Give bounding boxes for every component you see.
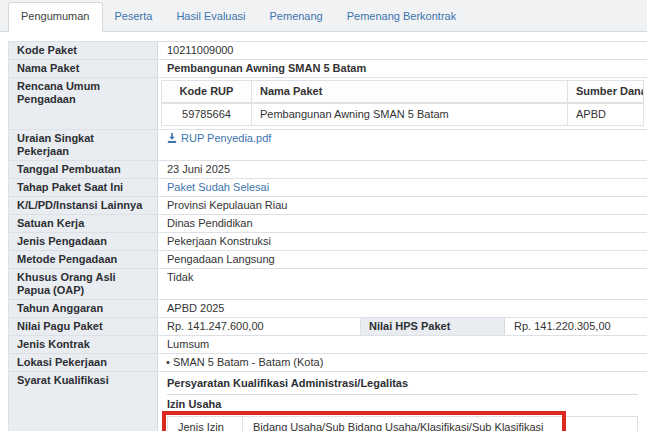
rup-table: Kode RUP Nama Paket Sumber Dana 59785664… [161, 80, 644, 126]
table-row: Tanggal Pembuatan 23 Juni 2025 [9, 161, 647, 179]
table-row: Kode Paket 10211009000 [9, 42, 647, 60]
table-row: Jenis Izin Bidang Usaha/Sub Bidang Usaha… [168, 417, 638, 431]
table-row: Rencana Umum Pengadaan Kode RUP Nama Pak… [9, 78, 647, 130]
field-value-nama-paket: Pembangunan Awning SMAN 5 Batam [158, 60, 647, 77]
field-label-instansi: K/L/PD/Instansi Lainnya [9, 197, 158, 214]
field-label-kode-paket: Kode Paket [9, 42, 158, 59]
field-value-lokasi: SMAN 5 Batam - Batam (Kota) [158, 354, 647, 371]
field-label-tahun-anggaran: Tahun Anggaran [9, 300, 158, 317]
table-row: Khusus Orang Asli Papua (OAP) Tidak [9, 269, 647, 300]
field-value-instansi: Provinsi Kepulauan Riau [158, 197, 647, 214]
field-label-rencana-umum-pengadaan: Rencana Umum Pengadaan [9, 78, 158, 129]
field-label-lokasi: Lokasi Pekerjaan [9, 354, 158, 371]
table-row: Nama Paket Pembangunan Awning SMAN 5 Bat… [9, 60, 647, 78]
field-value-nilai-hps: Rp. 141.220.305,00 [505, 318, 647, 335]
field-label-jenis-kontrak: Jenis Kontrak [9, 336, 158, 353]
field-value-jenis-pengadaan: Pekerjaan Konstruksi [158, 233, 647, 250]
table-row: Lokasi Pekerjaan SMAN 5 Batam - Batam (K… [9, 354, 647, 372]
syarat-section-title: Persyaratan Kualifikasi Administrasi/Leg… [167, 376, 638, 395]
syarat-kualifikasi-section: Persyaratan Kualifikasi Administrasi/Leg… [158, 372, 647, 431]
field-label-nama-paket: Nama Paket [9, 60, 158, 77]
izin-cell-jenis-izin-value: Bidang Usaha/Sub Bidang Usaha/Klasifikas… [243, 417, 638, 431]
field-label-jenis-pengadaan: Jenis Pengadaan [9, 233, 158, 250]
rup-cell-kode-rup: 59785664 [162, 103, 252, 126]
field-value-oap: Tidak [158, 269, 647, 299]
field-label-nilai-hps: Nilai HPS Paket [360, 318, 505, 335]
download-icon [167, 133, 177, 146]
rup-data-row: 59785664 Pembangunan Awning SMAN 5 Batam… [162, 103, 644, 126]
table-row: K/L/PD/Instansi Lainnya Provinsi Kepulau… [9, 197, 647, 215]
tab-hasil-evaluasi[interactable]: Hasil Evaluasi [164, 3, 257, 31]
field-value-tahap-paket: Paket Sudah Selesai [158, 179, 647, 196]
field-value-tanggal-pembuatan: 23 Juni 2025 [158, 161, 647, 178]
tab-pemenang-berkontrak[interactable]: Pemenang Berkontrak [335, 3, 468, 31]
table-row: Tahun Anggaran APBD 2025 [9, 300, 647, 318]
table-row: Tahap Paket Saat Ini Paket Sudah Selesai [9, 179, 647, 197]
table-row: Syarat Kualifikasi Persyaratan Kualifika… [9, 372, 647, 431]
field-value-nilai-pagu: Rp. 141.247.600,00 [158, 318, 360, 335]
table-row: Nilai Pagu Paket Rp. 141.247.600,00 Nila… [9, 318, 647, 336]
tab-peserta[interactable]: Peserta [103, 3, 165, 31]
table-row: Jenis Kontrak Lumsum [9, 336, 647, 354]
izin-cell-jenis-izin-label: Jenis Izin [168, 417, 243, 431]
announcement-panel: Kode Paket 10211009000 Nama Paket Pemban… [0, 32, 647, 431]
rup-pdf-link[interactable]: RUP Penyedia.pdf [167, 132, 271, 144]
rup-table-container: Kode RUP Nama Paket Sumber Dana 59785664… [158, 78, 647, 129]
field-label-nilai-pagu: Nilai Pagu Paket [9, 318, 158, 335]
package-detail-table: Kode Paket 10211009000 Nama Paket Pemban… [8, 41, 647, 431]
izin-usaha-table: Jenis Izin Bidang Usaha/Sub Bidang Usaha… [167, 416, 638, 431]
tahap-paket-link[interactable]: Paket Sudah Selesai [167, 181, 269, 193]
rup-header-nama-paket: Nama Paket [252, 81, 568, 104]
field-label-uraian-singkat: Uraian Singkat Pekerjaan [9, 130, 158, 160]
tab-pengumuman[interactable]: Pengumuman [8, 2, 103, 32]
table-row: Jenis Pengadaan Pekerjaan Konstruksi [9, 233, 647, 251]
tab-pemenang[interactable]: Pemenang [258, 3, 335, 31]
rup-header-kode-rup: Kode RUP [162, 81, 252, 104]
field-label-tanggal-pembuatan: Tanggal Pembuatan [9, 161, 158, 178]
izin-usaha-table-container: Jenis Izin Bidang Usaha/Sub Bidang Usaha… [167, 416, 638, 431]
izin-usaha-heading: Izin Usaha [167, 395, 638, 414]
rup-cell-sumber-dana: APBD [568, 103, 644, 126]
field-value-jenis-kontrak: Lumsum [158, 336, 647, 353]
table-row: Metode Pengadaan Pengadaan Langsung [9, 251, 647, 269]
rup-header-sumber-dana: Sumber Dana [568, 81, 644, 104]
field-label-tahap-paket: Tahap Paket Saat Ini [9, 179, 158, 196]
field-value-kode-paket: 10211009000 [158, 42, 647, 59]
tab-bar: Pengumuman Peserta Hasil Evaluasi Pemena… [0, 0, 647, 32]
rup-cell-nama-paket: Pembangunan Awning SMAN 5 Batam [252, 103, 568, 126]
table-row: Satuan Kerja Dinas Pendidikan [9, 215, 647, 233]
rup-pdf-link-label: RUP Penyedia.pdf [181, 132, 271, 144]
table-row: Uraian Singkat Pekerjaan RUP Penyedia.pd… [9, 130, 647, 161]
field-label-syarat-kualifikasi: Syarat Kualifikasi [9, 372, 158, 431]
field-label-satuan-kerja: Satuan Kerja [9, 215, 158, 232]
field-label-metode-pengadaan: Metode Pengadaan [9, 251, 158, 268]
field-value-uraian-singkat: RUP Penyedia.pdf [158, 130, 647, 160]
field-value-tahun-anggaran: APBD 2025 [158, 300, 647, 317]
field-label-oap: Khusus Orang Asli Papua (OAP) [9, 269, 158, 299]
field-value-satuan-kerja: Dinas Pendidikan [158, 215, 647, 232]
field-value-metode-pengadaan: Pengadaan Langsung [158, 251, 647, 268]
rup-header-row: Kode RUP Nama Paket Sumber Dana [162, 81, 644, 104]
